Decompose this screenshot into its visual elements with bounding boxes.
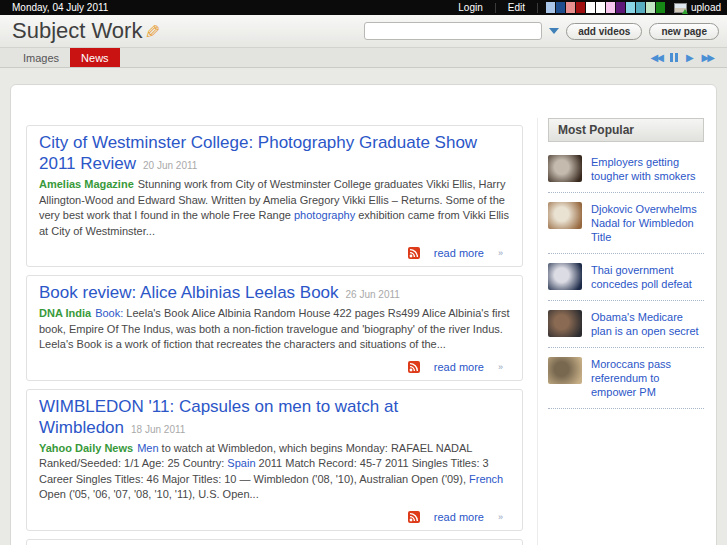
article-inline-link[interactable]: Men <box>137 442 158 454</box>
article-card: Book review: Alice Albinias Leelas Book2… <box>26 275 523 381</box>
article-source[interactable]: Amelias Magazine <box>39 178 134 190</box>
read-more-arrows-icon[interactable]: » <box>498 512 502 522</box>
search-input[interactable] <box>364 22 542 40</box>
content-panel: City of Westminster College: Photography… <box>10 84 717 545</box>
most-popular-link[interactable]: Thai government concedes poll defeat <box>591 263 702 291</box>
color-swatch[interactable] <box>636 2 645 13</box>
article-body: DNA IndiaBook: Leela's Book Alice Albini… <box>39 306 510 353</box>
color-swatch[interactable] <box>586 2 595 13</box>
article-list: City of Westminster College: Photography… <box>26 125 523 545</box>
rss-icon[interactable] <box>408 511 420 523</box>
article-date: 20 Jun 2011 <box>143 160 197 171</box>
login-link[interactable]: Login <box>446 2 494 13</box>
rss-icon[interactable] <box>408 361 420 373</box>
play-icon[interactable]: ▶ <box>686 53 694 63</box>
rss-icon[interactable] <box>408 247 420 259</box>
color-swatch[interactable] <box>566 2 575 13</box>
upload-button[interactable]: upload <box>674 2 721 13</box>
new-page-button[interactable]: new page <box>649 23 719 40</box>
most-popular-link[interactable]: Obama's Medicare plan is an open secret <box>591 310 702 338</box>
article-thumbnail[interactable] <box>548 263 582 290</box>
read-more-link[interactable]: read more <box>434 511 484 523</box>
search-dropdown-icon[interactable] <box>549 28 559 34</box>
pencil-edit-icon[interactable]: ✎ <box>141 23 164 39</box>
read-more-link[interactable]: read more <box>434 247 484 259</box>
most-popular-list: Employers getting tougher with smokersDj… <box>548 146 704 409</box>
read-more-link[interactable]: read more <box>434 361 484 373</box>
article-inline-link[interactable]: Book: <box>95 307 123 319</box>
article-header: Book review: Alice Albinias Leelas Book2… <box>39 282 510 305</box>
article-card: WIMBLEDON '11: Capsules on men to watch … <box>26 389 523 531</box>
tab-news[interactable]: News <box>70 48 120 67</box>
article-date: 26 Jun 2011 <box>346 289 400 300</box>
read-more-arrows-icon[interactable]: » <box>498 248 502 258</box>
article-body: Yahoo Daily NewsMen to watch at Wimbledo… <box>39 441 510 503</box>
article-thumbnail[interactable] <box>548 202 582 229</box>
article-source[interactable]: Yahoo Daily News <box>39 442 133 454</box>
most-popular-header: Most Popular <box>548 118 704 142</box>
article-card: City of Westminster College: Photography… <box>26 125 523 267</box>
article-header: City of Westminster College: Photography… <box>39 132 510 176</box>
slideshow-controls: ◀◀ ▶ ▶▶ <box>651 48 713 67</box>
article-date: 18 Jun 2011 <box>131 424 185 435</box>
site-title: Subject Work <box>12 18 142 44</box>
tab-bar: Images News ◀◀ ▶ ▶▶ <box>0 48 727 68</box>
article-inline-link[interactable]: French <box>469 473 503 485</box>
article-inline-link[interactable]: Spain <box>227 457 255 469</box>
most-popular-link[interactable]: Moroccans pass referendum to empower PM <box>591 357 702 399</box>
upload-image-icon <box>674 3 687 13</box>
article-header: WIMBLEDON '11: Capsules on men to watch … <box>39 396 510 440</box>
color-swatch[interactable] <box>606 2 615 13</box>
article-footer: read more» <box>39 510 510 524</box>
article-thumbnail[interactable] <box>548 155 582 182</box>
most-popular-item: Djokovic Overwhelms Nadal for Wimbledon … <box>548 193 704 254</box>
pause-icon[interactable] <box>670 53 678 62</box>
read-more-arrows-icon[interactable]: » <box>498 362 502 372</box>
article-source[interactable]: DNA India <box>39 307 91 319</box>
current-date: Monday, 04 July 2011 <box>12 2 108 13</box>
most-popular-link[interactable]: Employers getting tougher with smokers <box>591 155 702 183</box>
color-swatch[interactable] <box>656 2 665 13</box>
article-card: Years of Sitting on the Job Linked to Ca… <box>26 539 523 545</box>
upload-label: upload <box>691 2 721 13</box>
color-swatch[interactable] <box>626 2 635 13</box>
article-title[interactable]: WIMBLEDON '11: Capsules on men to watch … <box>39 397 398 437</box>
edit-link[interactable]: Edit <box>496 2 537 13</box>
rewind-icon[interactable]: ◀◀ <box>651 53 662 63</box>
article-footer: read more» <box>39 360 510 374</box>
article-thumbnail[interactable] <box>548 310 582 337</box>
color-swatch-row <box>546 2 666 13</box>
header: Subject Work ✎ add videos new page <box>0 15 727 48</box>
divider <box>537 3 538 13</box>
article-title[interactable]: Book review: Alice Albinias Leelas Book <box>39 283 339 302</box>
color-swatch[interactable] <box>616 2 625 13</box>
top-bar: Monday, 04 July 2011 Login Edit upload <box>0 0 727 15</box>
most-popular-item: Thai government concedes poll defeat <box>548 254 704 301</box>
add-videos-button[interactable]: add videos <box>566 23 642 40</box>
color-swatch[interactable] <box>556 2 565 13</box>
most-popular-link[interactable]: Djokovic Overwhelms Nadal for Wimbledon … <box>591 202 702 244</box>
article-body: Amelias MagazineStunning work from City … <box>39 177 510 239</box>
color-swatch[interactable] <box>596 2 605 13</box>
most-popular-item: Moroccans pass referendum to empower PM <box>548 348 704 409</box>
color-swatch[interactable] <box>576 2 585 13</box>
tab-images[interactable]: Images <box>12 48 70 67</box>
sidebar: Most Popular Employers getting tougher w… <box>537 118 704 545</box>
article-inline-link[interactable]: photography <box>294 209 355 221</box>
most-popular-item: Obama's Medicare plan is an open secret <box>548 301 704 348</box>
fast-forward-icon[interactable]: ▶▶ <box>702 53 713 63</box>
article-footer: read more» <box>39 246 510 260</box>
color-swatch[interactable] <box>646 2 655 13</box>
article-title[interactable]: City of Westminster College: Photography… <box>39 133 477 173</box>
color-swatch[interactable] <box>546 2 555 13</box>
article-thumbnail[interactable] <box>548 357 582 384</box>
most-popular-item: Employers getting tougher with smokers <box>548 146 704 193</box>
